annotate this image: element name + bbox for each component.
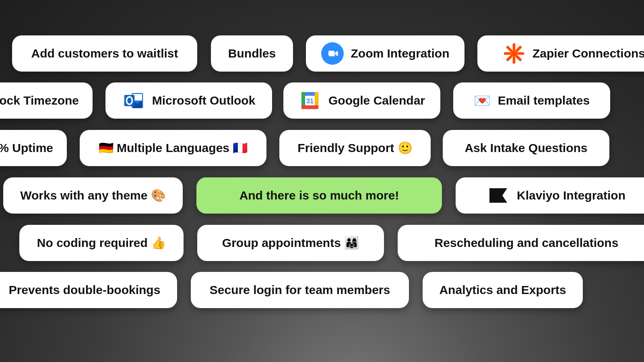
svg-rect-17 xyxy=(301,105,318,109)
pill-zapier: Zapier Connections xyxy=(477,35,644,72)
pill-label: Friendly Support 🙂 xyxy=(297,142,412,154)
pill-zoom: Zoom Integration xyxy=(306,35,464,72)
pill-waitlist: Add customers to waitlist xyxy=(12,35,197,72)
pill-label: Microsoft Outlook xyxy=(152,95,256,107)
pill-label: 🇩🇪 Multiple Languages 🇫🇷 xyxy=(99,142,248,154)
zapier-icon xyxy=(503,42,525,65)
svg-text:31: 31 xyxy=(306,97,314,105)
pill-label: No coding required 👍 xyxy=(37,237,166,249)
svg-point-8 xyxy=(511,50,517,57)
pill-double-bookings: Prevents double-bookings xyxy=(0,272,177,308)
svg-rect-3 xyxy=(517,52,524,55)
pill-label: Rescheduling and cancellations xyxy=(435,237,619,249)
svg-rect-2 xyxy=(504,52,511,55)
pill-bundles: Bundles xyxy=(211,35,293,72)
pill-group: Group appointments 👨‍👩‍👧 xyxy=(197,225,384,261)
pill-languages: 🇩🇪 Multiple Languages 🇫🇷 xyxy=(80,130,266,166)
pill-no-coding: No coding required 👍 xyxy=(19,225,184,261)
pill-highlight-more: And there is so much more! xyxy=(196,177,442,214)
outlook-icon xyxy=(122,89,145,112)
pill-uptime: 99.9% Uptime xyxy=(0,130,67,166)
zoom-icon xyxy=(321,42,344,65)
pill-label: Prevents double-bookings xyxy=(9,284,161,296)
svg-rect-0 xyxy=(513,43,516,51)
pill-reschedule: Rescheduling and cancellations xyxy=(398,225,644,261)
pill-label: Lock Timezone xyxy=(0,95,79,107)
pill-label: Secure login for team members xyxy=(210,284,390,296)
pill-label: Klaviyo Integration xyxy=(517,189,625,202)
pill-analytics: Analytics and Exports xyxy=(423,272,583,308)
pill-lock-timezone: Lock Timezone xyxy=(0,82,93,119)
klaviyo-icon xyxy=(487,184,510,207)
pill-label: Group appointments 👨‍👩‍👧 xyxy=(222,237,359,249)
pill-outlook: Microsoft Outlook xyxy=(105,82,272,119)
pill-intake: Ask Intake Questions xyxy=(443,130,609,166)
pill-label: 99.9% Uptime xyxy=(0,142,53,154)
love-letter-icon: 💌 xyxy=(474,94,491,107)
pill-label: Add customers to waitlist xyxy=(31,47,178,60)
pill-label: Works with any theme 🎨 xyxy=(20,189,166,202)
pill-label: Google Calendar xyxy=(328,95,425,107)
pill-support: Friendly Support 🙂 xyxy=(279,130,431,166)
pill-label: Zoom Integration xyxy=(351,47,450,60)
pill-any-theme: Works with any theme 🎨 xyxy=(3,177,183,214)
pill-label: Email templates xyxy=(498,95,590,107)
pill-label: Zapier Connections xyxy=(533,47,644,60)
pill-label: Analytics and Exports xyxy=(439,284,566,296)
pill-secure-login: Secure login for team members xyxy=(191,272,409,308)
pill-email-templates: 💌 Email templates xyxy=(453,82,610,119)
pill-label: Ask Intake Questions xyxy=(464,142,587,154)
pill-label: And there is so much more! xyxy=(239,189,399,202)
pill-klaviyo: Klaviyo Integration xyxy=(456,177,644,214)
google-calendar-icon: 31 xyxy=(299,89,321,112)
svg-rect-1 xyxy=(513,56,516,64)
pill-gcal: 31 Google Calendar xyxy=(283,82,440,119)
pill-label: Bundles xyxy=(228,47,276,60)
